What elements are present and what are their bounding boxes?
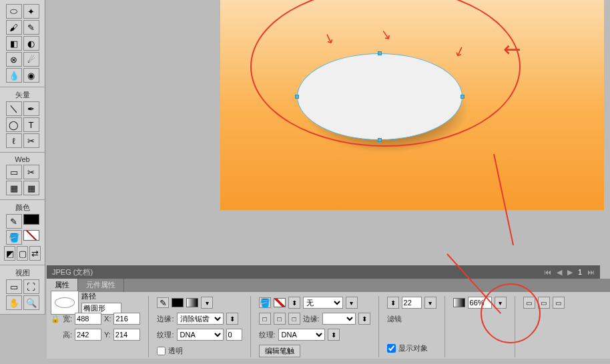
smudge-tool[interactable]: ☄	[23, 52, 39, 67]
annotation-arrow-1: ↘	[321, 29, 337, 47]
extra-icon-2[interactable]: ▭	[538, 297, 550, 309]
show-object-checkbox[interactable]	[387, 344, 396, 353]
opacity-input[interactable]	[468, 297, 492, 309]
blur-tool[interactable]: ◐	[23, 36, 39, 51]
texture-label: 纹理:	[157, 330, 174, 340]
knife-tool[interactable]: ✂	[23, 133, 39, 148]
view-section-label: 视图	[4, 268, 41, 278]
handle-left[interactable]	[295, 95, 299, 99]
width-label: 宽:	[63, 314, 72, 324]
fill-bucket-icon[interactable]: 🪣	[259, 297, 271, 308]
eraser-tool[interactable]: ◧	[6, 36, 22, 51]
lasso-tool[interactable]: ⬭	[6, 4, 22, 19]
fill-spinner-icon[interactable]: ⬍	[288, 297, 300, 309]
y-label: Y:	[104, 331, 111, 339]
next-page-icon[interactable]: ▶	[567, 268, 573, 277]
standard-screen[interactable]: ▭	[6, 279, 22, 294]
no-color[interactable]: ▢	[17, 246, 28, 261]
extra-icon-1[interactable]: ▭	[523, 297, 535, 309]
page-navigation: ⏮ ◀ ▶ 1 ⏭	[544, 268, 595, 277]
tools-panel: ⬭ ✦ 🖌 ✎ ◧ ◐ ⊗ ☄ 💧 ◉ 矢量 ＼ ✒ ◯ T ℓ	[0, 0, 45, 315]
texture2-select[interactable]: DNA	[278, 329, 325, 341]
spinner-dropdown-icon[interactable]: ▾	[424, 297, 436, 309]
opacity-swatch[interactable]	[453, 298, 465, 307]
last-page-icon[interactable]: ⏭	[587, 268, 595, 276]
edge2-select[interactable]	[322, 313, 356, 325]
burn-tool[interactable]: ◉	[23, 68, 39, 83]
spinner-input[interactable]	[402, 297, 422, 309]
filter-label: 滤镜	[387, 314, 402, 324]
magic-wand-tool[interactable]: ✦	[23, 4, 39, 19]
hotspot-tool[interactable]: ▭	[6, 165, 22, 179]
edge-select[interactable]: 消除锯齿	[177, 313, 224, 325]
fill-color-picker[interactable]: 🪣	[6, 230, 22, 245]
cap-style-3[interactable]: □	[288, 313, 300, 325]
x-input[interactable]	[113, 313, 140, 325]
stroke-color-picker[interactable]: ✎	[6, 214, 22, 229]
edit-brush-button[interactable]: 编辑笔触	[259, 345, 300, 357]
canvas[interactable]: ↘ ↘ ↙ ↙	[220, 0, 604, 210]
stroke-color-mini[interactable]	[172, 298, 184, 307]
handle-right[interactable]	[461, 95, 465, 99]
vector-section-label: 矢量	[4, 90, 41, 100]
y-input[interactable]	[113, 329, 140, 341]
text-tool[interactable]: T	[23, 117, 39, 132]
pen-tool[interactable]: ✒	[23, 101, 39, 116]
transparent-checkbox[interactable]	[157, 347, 166, 355]
texture2-spinner-icon[interactable]: ⬍	[328, 329, 340, 341]
default-colors[interactable]: ◩	[4, 246, 15, 261]
first-page-icon[interactable]: ⏮	[544, 268, 551, 276]
height-input[interactable]	[75, 329, 101, 341]
pencil-tool[interactable]: ✎	[23, 20, 39, 35]
handle-bottom[interactable]	[378, 138, 382, 142]
page-number: 1	[578, 268, 582, 276]
zoom-tool[interactable]: 🔍	[23, 295, 39, 310]
lock-icon[interactable]: 🔒	[51, 315, 60, 323]
spinner-up-down-icon[interactable]: ⬍	[387, 297, 399, 309]
cap-style-2[interactable]: □	[274, 313, 286, 325]
edge-spinner-icon[interactable]: ⬍	[226, 313, 238, 325]
width-input[interactable]	[75, 313, 101, 325]
line-tool[interactable]: ＼	[6, 101, 22, 116]
stamp-tool[interactable]: ⊗	[6, 52, 22, 67]
full-screen[interactable]: ⛶	[23, 279, 39, 294]
tab-properties[interactable]: 属性	[47, 279, 78, 292]
stroke-options-icon[interactable]: ▾	[201, 297, 213, 309]
swap-colors[interactable]: ⇄	[29, 246, 41, 261]
stroke-style-pencil-icon[interactable]: ✎	[157, 297, 169, 308]
document-title-bar: JPEG (文档) ⏮ ◀ ▶ 1 ⏭	[47, 265, 600, 279]
texture-amount-input[interactable]	[226, 329, 242, 341]
properties-panel: 属性 元件属性 路径 🔒 宽: X: 高: Y:	[47, 279, 610, 359]
freeform-tool[interactable]: ℓ	[6, 133, 22, 148]
edge-label: 边缘:	[157, 314, 174, 324]
annotation-arrow-4: ↙	[498, 34, 529, 65]
texture-select[interactable]: DNA	[177, 329, 224, 341]
extra-icon-3[interactable]: ▭	[553, 297, 565, 309]
edge2-label: 边缘:	[303, 314, 320, 324]
stroke-gradient-mini[interactable]	[186, 298, 198, 307]
stroke-color-swatch[interactable]	[23, 214, 39, 225]
fill-options-icon[interactable]: ▾	[346, 297, 358, 309]
path-label: 路径	[81, 291, 121, 301]
annotation-arrow-2: ↘	[379, 26, 393, 44]
edge2-spinner-icon[interactable]: ⬍	[358, 313, 370, 325]
fill-type-select[interactable]: 无	[303, 297, 343, 309]
handle-top[interactable]	[378, 51, 382, 55]
prev-page-icon[interactable]: ◀	[557, 268, 562, 277]
dodge-tool[interactable]: 💧	[6, 68, 22, 83]
fill-color-swatch[interactable]	[23, 230, 39, 241]
height-label: 高:	[63, 330, 72, 340]
hand-tool[interactable]: ✋	[6, 295, 22, 310]
show-slice-tool[interactable]: ▦	[23, 181, 39, 195]
ellipse-tool[interactable]: ◯	[6, 117, 22, 132]
colors-section-label: 颜色	[4, 203, 41, 213]
fill-none-swatch[interactable]	[274, 298, 286, 307]
hide-slice-tool[interactable]: ▦	[6, 181, 22, 195]
tab-element-properties[interactable]: 元件属性	[78, 279, 124, 292]
brush-tool[interactable]: 🖌	[6, 20, 22, 35]
ellipse-object[interactable]	[297, 53, 463, 140]
ellipse-shape[interactable]	[297, 53, 463, 140]
slice-tool[interactable]: ✂	[23, 165, 39, 179]
opacity-dropdown-icon[interactable]: ▾	[495, 297, 507, 309]
cap-style-1[interactable]: □	[259, 313, 271, 325]
